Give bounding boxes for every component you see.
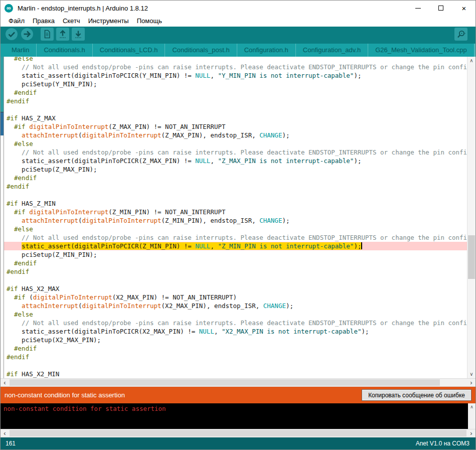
code-line[interactable]: pciSetup(Y_MIN_PIN); bbox=[7, 80, 467, 88]
code-line[interactable]: #else bbox=[7, 57, 467, 63]
serial-monitor-button[interactable] bbox=[454, 28, 467, 43]
code-line[interactable]: #endif bbox=[7, 97, 467, 105]
tab-overflow-dropdown[interactable]: _.h bbox=[474, 44, 475, 57]
editor-hscroll-thumb[interactable] bbox=[10, 379, 440, 386]
menu-item-3[interactable]: Инструменты bbox=[84, 16, 133, 27]
magnifier-icon bbox=[454, 28, 467, 41]
editor-vscroll-thumb[interactable] bbox=[468, 235, 475, 279]
scroll-left-icon[interactable]: ‹ bbox=[1, 379, 9, 386]
code-line[interactable] bbox=[7, 105, 467, 114]
scroll-up-icon[interactable]: ∧ bbox=[467, 57, 475, 65]
code-line[interactable]: static_assert(digitalPinToPCICR(X2_MAX_P… bbox=[7, 327, 467, 336]
scroll-right-icon[interactable]: › bbox=[467, 379, 475, 386]
code-line-error[interactable]: static_assert(digitalPinToPCICR(Z_MIN_PI… bbox=[1, 242, 467, 250]
code-line[interactable]: // Not all used endstop/probe -pins can … bbox=[7, 148, 467, 157]
code-token: static_assert(digitalPinToPCICR(Z_MAX_PI… bbox=[7, 157, 195, 165]
console-scroll-right-icon[interactable]: › bbox=[467, 429, 475, 437]
title-bar[interactable]: ∞ Marlin - endstop_interrupts.h | Arduin… bbox=[1, 1, 475, 16]
console-horizontal-scrollbar[interactable]: ‹ › bbox=[1, 429, 475, 437]
code-token: digitalPinToInterrupt bbox=[29, 208, 108, 216]
code-line[interactable]: #endif bbox=[7, 353, 467, 361]
code-token bbox=[7, 259, 14, 267]
code-line[interactable] bbox=[7, 191, 467, 199]
code-line[interactable]: pciSetup(X2_MAX_PIN); bbox=[7, 336, 467, 344]
code-line[interactable]: static_assert(digitalPinToPCICR(Y_MIN_PI… bbox=[7, 71, 467, 80]
upload-button[interactable] bbox=[21, 28, 34, 43]
code-token: #endif bbox=[14, 174, 37, 182]
code-token: (Z_MIN_PIN), endstop_ISR, bbox=[162, 217, 260, 224]
code-line[interactable]: #if HAS_Z_MAX bbox=[7, 114, 467, 122]
text-caret bbox=[361, 242, 362, 249]
maximize-button[interactable] bbox=[429, 1, 452, 16]
code-token: ); bbox=[354, 157, 361, 165]
minimize-button[interactable] bbox=[406, 1, 429, 16]
code-token: (Z_MAX_PIN) != NOT_AN_INTERRUPT bbox=[108, 123, 225, 130]
copy-error-button[interactable]: Копировать сообщение об ошибке bbox=[362, 389, 471, 401]
code-line[interactable] bbox=[7, 276, 467, 284]
code-line[interactable]: // Not all used endstop/probe -pins can … bbox=[7, 233, 467, 242]
code-line[interactable]: pciSetup(Z_MAX_PIN); bbox=[7, 165, 467, 174]
document-icon bbox=[41, 28, 54, 41]
code-line[interactable]: attachInterrupt(digitalPinToInterrupt(Z_… bbox=[7, 131, 467, 139]
code-line[interactable]: #endif bbox=[7, 259, 467, 267]
code-line[interactable]: attachInterrupt(digitalPinToInterrupt(X2… bbox=[7, 302, 467, 310]
editor-horizontal-scrollbar[interactable]: ‹ › bbox=[1, 378, 475, 387]
code-line[interactable]: #if digitalPinToInterrupt(Z_MIN_PIN) != … bbox=[7, 208, 467, 216]
code-token: static_assert(digitalPinToPCICR(Y_MIN_PI… bbox=[7, 72, 195, 79]
code-line[interactable]: pciSetup(Z_MIN_PIN); bbox=[7, 250, 467, 259]
code-token: ( bbox=[78, 302, 82, 310]
code-line[interactable]: // Not all used endstop/probe -pins can … bbox=[7, 63, 467, 71]
code-line[interactable]: #if (digitalPinToInterrupt(X2_MAX_PIN) !… bbox=[7, 293, 467, 302]
menu-item-1[interactable]: Правка bbox=[29, 16, 59, 27]
menu-item-2[interactable]: Скетч bbox=[59, 16, 84, 27]
code-line[interactable]: // Not all used endstop/probe -pins can … bbox=[7, 319, 467, 327]
code-line[interactable]: #else bbox=[7, 310, 467, 319]
tab-Configuration_adv.h[interactable]: Configuration_adv.h bbox=[296, 44, 368, 57]
console-vertical-scrollbar[interactable]: ∧ bbox=[468, 403, 475, 429]
scroll-down-icon[interactable]: ∨ bbox=[467, 370, 475, 378]
code-line[interactable]: #if HAS_X2_MAX bbox=[7, 284, 467, 293]
code-editor[interactable]: #else // Not all used endstop/probe -pin… bbox=[1, 57, 475, 378]
code-token: HAS_Z_MAX bbox=[18, 114, 56, 122]
code-token: digitalPinToInterrupt bbox=[82, 302, 162, 310]
tab-Conditionals.h[interactable]: Conditionals.h bbox=[37, 44, 92, 57]
code-line[interactable]: #if HAS_Z_MIN bbox=[7, 199, 467, 208]
code-token: digitalPinToInterrupt bbox=[82, 217, 162, 224]
new-sketch-button[interactable] bbox=[41, 28, 54, 43]
code-token: attachInterrupt bbox=[22, 131, 78, 139]
code-line[interactable]: #endif bbox=[7, 88, 467, 97]
code-line[interactable]: #else bbox=[7, 225, 467, 233]
code-line[interactable]: attachInterrupt(digitalPinToInterrupt(Z_… bbox=[7, 216, 467, 225]
tab-Conditionals_post.h[interactable]: Conditionals_post.h bbox=[165, 44, 237, 57]
code-line[interactable]: #if digitalPinToInterrupt(Z_MAX_PIN) != … bbox=[7, 122, 467, 131]
menu-item-0[interactable]: Файл bbox=[5, 16, 29, 27]
console-scroll-up-icon[interactable]: ∧ bbox=[468, 404, 475, 409]
code-line[interactable]: #endif bbox=[7, 344, 467, 353]
editor-vertical-scrollbar[interactable]: ∧ ∨ bbox=[467, 57, 475, 378]
tab-Conditionals_LCD.h[interactable]: Conditionals_LCD.h bbox=[93, 44, 166, 57]
console-hscroll-thumb[interactable] bbox=[10, 430, 466, 436]
close-button[interactable]: × bbox=[452, 1, 475, 16]
code-token: HAS_X2_MIN bbox=[18, 370, 60, 378]
code-line[interactable]: #if HAS_X2_MIN bbox=[7, 370, 467, 378]
code-line[interactable]: #endif bbox=[7, 174, 467, 182]
code-line[interactable]: static_assert(digitalPinToPCICR(Z_MAX_PI… bbox=[7, 157, 467, 165]
console-scroll-left-icon[interactable]: ‹ bbox=[1, 429, 9, 437]
code-token: static_assert(digitalPinToPCICR(Z_MIN_PI… bbox=[22, 242, 195, 250]
code-line[interactable]: #else bbox=[7, 139, 467, 148]
tab-G26_Mesh_Validation_Tool.cpp[interactable]: G26_Mesh_Validation_Tool.cpp bbox=[368, 44, 474, 57]
code-token bbox=[7, 63, 22, 71]
arrow-right-icon bbox=[21, 28, 34, 41]
console-output[interactable]: non-constant condition for static assert… bbox=[1, 403, 475, 429]
save-button[interactable] bbox=[72, 28, 85, 43]
code-token bbox=[7, 293, 14, 301]
code-area[interactable]: #else // Not all used endstop/probe -pin… bbox=[1, 57, 467, 378]
tab-Marlin[interactable]: Marlin bbox=[5, 44, 37, 57]
tab-Configuration.h[interactable]: Configuration.h bbox=[237, 44, 296, 57]
open-button[interactable] bbox=[56, 28, 69, 43]
verify-button[interactable] bbox=[5, 28, 18, 43]
code-line[interactable]: #endif bbox=[7, 267, 467, 276]
code-line[interactable]: #endif bbox=[7, 182, 467, 191]
code-line[interactable] bbox=[7, 361, 467, 370]
menu-item-4[interactable]: Помощь bbox=[133, 16, 166, 27]
